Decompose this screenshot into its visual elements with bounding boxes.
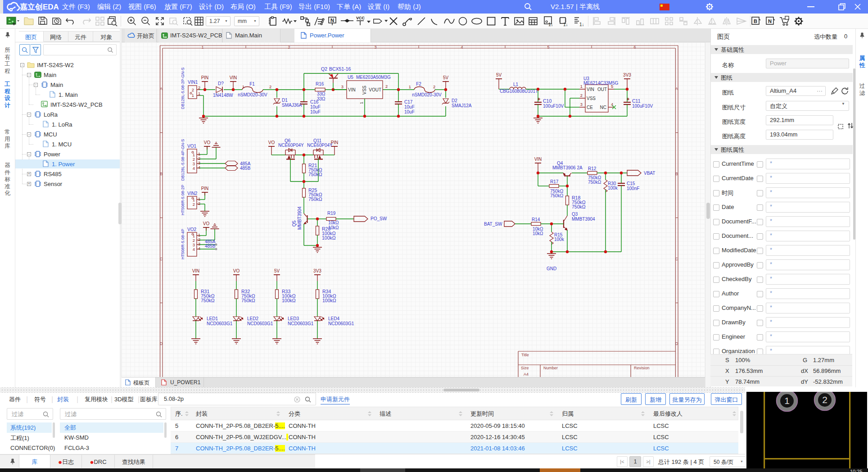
svg-text:VIN: VIN: [192, 268, 200, 273]
svg-text:VIN: VIN: [534, 157, 542, 162]
svg-text:3: 3: [374, 45, 376, 50]
svg-text:2: 2: [198, 201, 200, 206]
svg-text:100k: 100k: [608, 186, 618, 191]
svg-text:VIN1: VIN1: [188, 80, 198, 85]
svg-text:100k: 100k: [554, 237, 565, 242]
svg-text:OUT: OUT: [597, 87, 607, 92]
svg-text:R19: R19: [327, 211, 336, 216]
svg-text:5V: 5V: [274, 268, 280, 273]
svg-text:PO_SW: PO_SW: [371, 216, 387, 221]
svg-text:MMBT3904: MMBT3904: [297, 206, 302, 230]
svg-text:2: 2: [385, 84, 388, 89]
svg-text:750kΩ: 750kΩ: [588, 180, 601, 185]
svg-text:B: B: [754, 18, 757, 24]
svg-text:750kΩ: 750kΩ: [572, 204, 586, 209]
svg-text:10uF: 10uF: [310, 109, 321, 114]
svg-text:1: 1: [198, 152, 200, 156]
svg-text:R12: R12: [588, 166, 597, 171]
svg-text:750kΩ: 750kΩ: [241, 298, 255, 303]
svg-text:ME6214C33M5G: ME6214C33M5G: [583, 81, 618, 86]
svg-text:NCD0603G1: NCD0603G1: [247, 321, 273, 326]
svg-text:Q3: Q3: [572, 212, 578, 217]
svg-text:750kΩ: 750kΩ: [308, 172, 322, 177]
svg-text:1: 1: [192, 93, 194, 98]
svg-text:Number: Number: [543, 366, 558, 370]
svg-text:VSS: VSS: [362, 86, 367, 95]
svg-text:F2: F2: [416, 82, 421, 86]
svg-text:100kΩ: 100kΩ: [282, 298, 296, 303]
svg-text:VCC: VCC: [356, 16, 365, 20]
svg-text:HT508R-5.08-4P: HT508R-5.08-4P: [181, 229, 185, 259]
svg-text:6: 6: [633, 45, 636, 50]
svg-text:NC: NC: [600, 105, 606, 110]
svg-text:NCE60P04Y: NCE60P04Y: [278, 143, 304, 148]
svg-text:2: 2: [193, 238, 195, 243]
svg-text:LED2: LED2: [247, 316, 258, 321]
svg-text:750kΩ: 750kΩ: [201, 298, 215, 303]
svg-text:N: N: [768, 18, 772, 24]
svg-text:5V: 5V: [443, 75, 449, 80]
svg-text:PIN: PIN: [201, 75, 209, 80]
svg-text:33Ω: 33Ω: [317, 91, 326, 96]
svg-text:VIN: VIN: [230, 75, 237, 80]
svg-text:Q5: Q5: [292, 220, 297, 227]
svg-text:D1: D1: [282, 98, 288, 103]
svg-text:NCD0603G1: NCD0603G1: [288, 321, 314, 326]
svg-text:2: 2: [198, 156, 200, 161]
svg-text:B: B: [675, 172, 678, 176]
svg-text:3: 3: [193, 243, 195, 247]
svg-text:Q2: Q2: [321, 66, 327, 72]
svg-text:C: C: [675, 257, 678, 261]
svg-text:1N4148W: 1N4148W: [213, 93, 233, 98]
svg-text:SMAJ12A: SMAJ12A: [452, 103, 472, 108]
svg-text:100uF10V: 100uF10V: [543, 104, 564, 109]
svg-text:VO: VO: [203, 221, 210, 226]
svg-text:1↓: 1↓: [548, 22, 553, 27]
svg-text:SMAJ36A: SMAJ36A: [282, 103, 302, 108]
svg-text:2: 2: [288, 45, 290, 50]
svg-text:485B: 485B: [240, 166, 251, 171]
svg-text:LED4: LED4: [328, 316, 339, 321]
svg-text:R16: R16: [316, 82, 324, 86]
svg-text:MMBT3904: MMBT3904: [572, 217, 595, 222]
svg-text:3: 3: [193, 162, 195, 166]
svg-text:NCD0603G1: NCD0603G1: [207, 321, 233, 326]
svg-text:1: 1: [784, 395, 790, 406]
svg-text:2: 2: [822, 395, 827, 405]
svg-text:D: D: [160, 341, 163, 346]
svg-text:1: 1: [198, 197, 200, 201]
svg-text:100nF: 100nF: [627, 186, 639, 191]
svg-text:4: 4: [198, 246, 200, 251]
svg-text:3: 3: [341, 85, 344, 89]
svg-text:PIN: PIN: [201, 186, 209, 191]
svg-text:DB128L-5.08-2P-GN-S: DB128L-5.08-2P-GN-S: [181, 68, 185, 109]
svg-text:1: 1: [409, 85, 411, 89]
svg-text:C: C: [160, 257, 163, 261]
svg-text:10kΩ: 10kΩ: [533, 231, 543, 236]
svg-text:LED3: LED3: [288, 316, 299, 321]
svg-text:LED1: LED1: [207, 316, 218, 321]
svg-text:4: 4: [193, 247, 195, 252]
svg-text:4: 4: [461, 45, 463, 50]
svg-text:750kΩ: 750kΩ: [550, 193, 564, 198]
svg-text:1↓: 1↓: [579, 22, 584, 27]
svg-text:2: 2: [433, 85, 435, 89]
svg-text:NCD0603G1: NCD0603G1: [328, 321, 354, 326]
svg-text:A4: A4: [524, 372, 529, 377]
svg-text:2: 2: [198, 86, 200, 90]
svg-text:R17: R17: [550, 179, 559, 184]
svg-text:2: 2: [198, 237, 200, 242]
svg-text:10uF: 10uF: [404, 109, 415, 114]
svg-text:A: A: [675, 86, 678, 91]
svg-text:3: 3: [198, 242, 200, 246]
svg-text:L1: L1: [513, 82, 519, 87]
svg-text:1: 1: [580, 84, 583, 89]
svg-text:2: 2: [192, 88, 194, 92]
svg-text:D: D: [675, 341, 678, 346]
svg-text:U5: U5: [348, 75, 353, 80]
svg-text:GND: GND: [547, 266, 556, 271]
svg-text:2: 2: [193, 157, 195, 162]
svg-text:Revision: Revision: [634, 366, 650, 370]
svg-text:100uF10V: 100uF10V: [632, 104, 653, 109]
svg-text:A: A: [160, 86, 163, 91]
